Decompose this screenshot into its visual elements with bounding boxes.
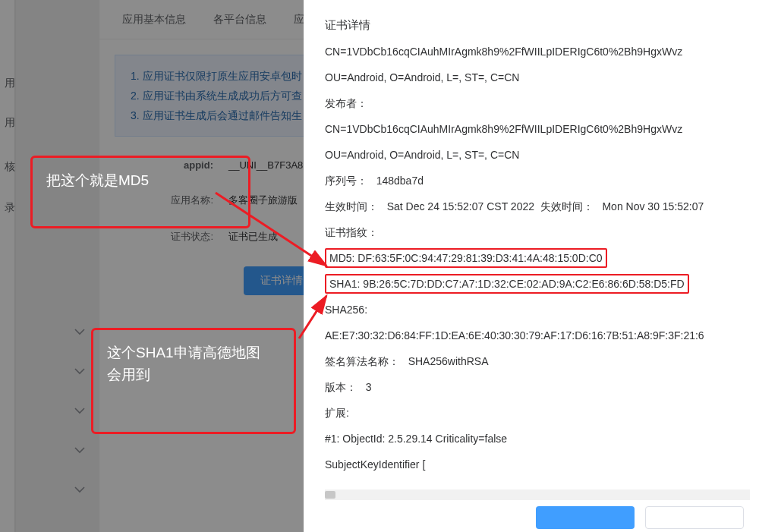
sigalg-label: 签名算法名称： <box>325 355 399 367</box>
modal-title: 证书详情 <box>325 18 759 33</box>
ext-line: SubjectKeyIdentifier [ <box>325 452 759 477</box>
serial-label: 序列号： <box>325 175 367 187</box>
sigalg-value: SHA256withRSA <box>408 355 489 367</box>
time-row: 生效时间： Sat Dec 24 15:52:07 CST 2022 失效时间：… <box>325 194 759 219</box>
md5-highlight: MD5: DF:63:5F:0C:94:47:29:81:39:D3:41:4A… <box>325 248 607 268</box>
cert-detail-modal: 证书详情 CN=1VDbCb16cqCIAuhMIrAgmk8h9%2FfWII… <box>304 0 759 532</box>
fingerprint-label: 证书指纹： <box>325 219 759 245</box>
cert-line: OU=Android, O=Android, L=, ST=, C=CN <box>325 65 759 90</box>
scrollbar-thumb[interactable] <box>325 491 335 499</box>
modal-footer <box>536 506 744 529</box>
cert-line: OU=Android, O=Android, L=, ST=, C=CN <box>325 142 759 168</box>
effective-label: 生效时间： <box>325 200 378 212</box>
sha256-value: AE:E7:30:32:D6:84:FF:1D:EA:6E:40:30:30:7… <box>325 323 759 348</box>
annotation-line: 这个SHA1申请高德地图 <box>107 345 260 360</box>
publisher-label: 发布者： <box>325 90 759 116</box>
modal-primary-button[interactable] <box>536 506 635 529</box>
sha1-row: SHA1: 9B:26:5C:7D:DD:C7:A7:1D:32:CE:02:A… <box>325 271 759 297</box>
effective-value: Sat Dec 24 15:52:07 CST 2022 <box>387 200 534 212</box>
cert-line: CN=1VDbCb16cqCIAuhMIrAgmk8h9%2FfWIILpIDE… <box>325 116 759 142</box>
horizontal-scrollbar[interactable] <box>325 490 750 500</box>
ext-label: 扩展: <box>325 400 759 426</box>
version-value: 3 <box>366 381 372 393</box>
annotation-text: 把这个就是MD5 <box>33 158 248 204</box>
serial-value: 148dba7d <box>376 175 424 187</box>
expire-label: 失效时间： <box>540 200 594 212</box>
sha256-label: SHA256: <box>325 297 759 323</box>
annotation-box-md5: 把这个就是MD5 <box>30 156 250 228</box>
md5-row: MD5: DF:63:5F:0C:94:47:29:81:39:D3:41:4A… <box>325 245 759 271</box>
sigalg-row: 签名算法名称： SHA256withRSA <box>325 348 759 374</box>
annotation-box-sha1: 这个SHA1申请高德地图 会用到 <box>91 328 296 434</box>
modal-body: CN=1VDbCb16cqCIAuhMIrAgmk8h9%2FfWIILpIDE… <box>325 46 759 496</box>
ext-line: #1: ObjectId: 2.5.29.14 Criticality=fals… <box>325 426 759 452</box>
modal-default-button[interactable] <box>645 506 744 529</box>
sha1-highlight: SHA1: 9B:26:5C:7D:DD:C7:A7:1D:32:CE:02:A… <box>325 274 689 294</box>
version-row: 版本： 3 <box>325 374 759 400</box>
annotation-line: 会用到 <box>107 367 150 382</box>
version-label: 版本： <box>325 381 357 393</box>
serial-row: 序列号： 148dba7d <box>325 168 759 194</box>
expire-value: Mon Nov 30 15:52:07 <box>602 200 704 212</box>
annotation-text: 这个SHA1申请高德地图 会用到 <box>93 330 294 398</box>
modal-backdrop <box>0 0 304 532</box>
cert-line: CN=1VDbCb16cqCIAuhMIrAgmk8h9%2FfWIILpIDE… <box>325 46 759 65</box>
